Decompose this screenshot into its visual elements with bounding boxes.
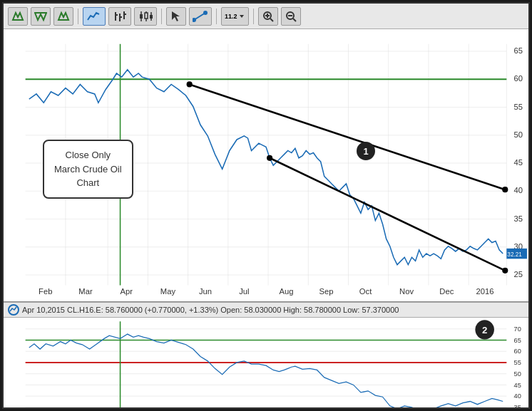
svg-text:Apr: Apr [121, 287, 133, 296]
svg-text:40: 40 [514, 392, 521, 400]
btn-candle[interactable] [134, 7, 157, 26]
chart-container: 65 60 55 50 45 40 35 30 25 Feb Mar Apr M… [4, 29, 528, 407]
svg-text:45: 45 [514, 158, 523, 167]
label-line2: March Crude Oil [54, 164, 122, 175]
label-line3: Chart [76, 177, 99, 188]
btn-W[interactable] [31, 7, 51, 26]
btn-zoom-in[interactable] [258, 7, 278, 26]
svg-text:Feb: Feb [39, 287, 52, 296]
badge-1: 1 [357, 142, 375, 160]
btn-M[interactable] [8, 7, 28, 26]
separator-1 [78, 9, 78, 24]
svg-text:Nov: Nov [399, 287, 414, 296]
status-bar: Apr 10,2015 CL.H16.E: 58.760000 (+0.7700… [4, 302, 528, 318]
btn-line-chart[interactable] [83, 7, 106, 26]
svg-text:70: 70 [514, 326, 521, 333]
svg-text:25: 25 [514, 270, 523, 279]
svg-text:Jul: Jul [239, 287, 249, 296]
svg-rect-12 [145, 13, 148, 19]
svg-point-78 [267, 155, 272, 161]
main-chart: 65 60 55 50 45 40 35 30 25 Feb Mar Apr M… [4, 29, 528, 302]
mini-chart: 70 65 60 55 50 45 40 35 30 2 [4, 318, 528, 407]
svg-text:May: May [160, 287, 176, 296]
logo-icon [8, 304, 19, 316]
svg-text:60: 60 [514, 348, 521, 355]
svg-text:2: 2 [482, 325, 487, 335]
period-label: 11.2 [225, 13, 237, 20]
toolbar: 11.2 [4, 4, 528, 29]
separator-2 [161, 9, 162, 24]
btn-D[interactable] [53, 7, 73, 26]
svg-marker-0 [13, 13, 23, 20]
svg-text:65: 65 [514, 46, 523, 55]
svg-text:55: 55 [514, 359, 521, 366]
svg-text:Oct: Oct [359, 287, 372, 296]
svg-marker-2 [58, 13, 68, 20]
svg-rect-9 [140, 14, 143, 19]
btn-bar-chart[interactable] [108, 7, 131, 26]
svg-marker-18 [172, 11, 180, 21]
status-text: Apr 10,2015 CL.H16.E: 58.760000 (+0.7700… [22, 306, 399, 314]
svg-text:Sep: Sep [319, 287, 334, 296]
svg-point-77 [187, 81, 193, 87]
svg-text:65: 65 [514, 337, 521, 344]
svg-text:Jun: Jun [199, 287, 212, 296]
svg-text:55: 55 [514, 103, 523, 111]
svg-text:40: 40 [514, 186, 523, 194]
separator-3 [216, 9, 217, 24]
label-line1: Close Only [66, 150, 111, 160]
separator-4 [253, 9, 254, 24]
svg-text:32.21: 32.21 [507, 251, 522, 258]
btn-pointer[interactable] [166, 7, 186, 26]
svg-text:35: 35 [514, 214, 523, 223]
svg-point-21 [203, 11, 208, 15]
svg-text:Dec: Dec [439, 287, 454, 296]
svg-point-79 [502, 187, 508, 192]
svg-text:2016: 2016 [476, 287, 493, 296]
svg-line-24 [270, 19, 273, 21]
svg-text:Mar: Mar [78, 287, 93, 296]
btn-period[interactable]: 11.2 [221, 7, 249, 26]
svg-marker-22 [240, 15, 244, 18]
app-window: 11.2 [2, 2, 530, 409]
svg-text:45: 45 [514, 382, 521, 389]
svg-point-80 [502, 268, 508, 274]
svg-text:50: 50 [514, 130, 523, 139]
svg-text:35: 35 [514, 404, 521, 407]
svg-text:60: 60 [514, 74, 523, 83]
chart-label-box: Close Only March Crude Oil Chart [43, 140, 133, 199]
svg-rect-15 [150, 15, 153, 19]
btn-trendline[interactable] [189, 7, 212, 26]
svg-text:50: 50 [514, 370, 521, 378]
svg-text:Aug: Aug [279, 287, 293, 296]
btn-zoom-out[interactable] [281, 7, 301, 26]
svg-line-28 [293, 19, 296, 21]
svg-marker-1 [35, 13, 46, 20]
